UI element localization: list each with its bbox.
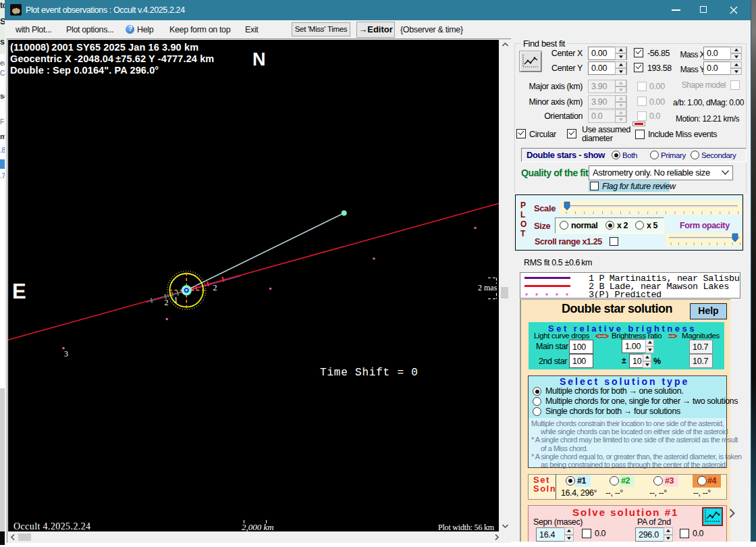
svg-text:Occult 4.2025.2.24: Occult 4.2025.2.24 (14, 521, 91, 531)
svg-text:3: 3 (64, 349, 68, 359)
svg-text:Double : Sep 0.0164". PA 296.: Double : Sep 0.0164". PA 296.0° (10, 65, 159, 76)
svg-text:2 mas: 2 mas (478, 283, 497, 292)
svg-text:E: E (12, 280, 26, 303)
svg-text:2: 2 (165, 298, 169, 307)
svg-text:(110008) 2001 SY65 2025 Jan 1: (110008) 2001 SY65 2025 Jan 16 3.90 km (10, 42, 198, 53)
svg-text:Plot width: 56 km: Plot width: 56 km (438, 523, 495, 531)
svg-text:Time Shift = 0: Time Shift = 0 (320, 367, 418, 379)
svg-text:Geocentric X -2048.04 ±75.62: Geocentric X -2048.04 ±75.62 Y -4777.24 … (10, 53, 214, 64)
svg-text:2: 2 (213, 283, 217, 292)
svg-text:N: N (252, 49, 266, 70)
svg-text:1: 1 (174, 295, 178, 305)
svg-text:2,000 km: 2,000 km (242, 522, 274, 531)
